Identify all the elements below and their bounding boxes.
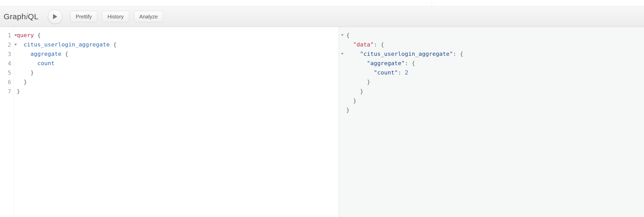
prettify-button[interactable]: Prettify [70,11,97,22]
line-number-gutter: 1234567 [0,27,14,217]
query-editor-pane[interactable]: 1234567 query { citus_userlogin_aggregat… [0,27,339,217]
fold-icon[interactable] [341,34,344,36]
history-button[interactable]: History [102,11,129,22]
line-number: 2 [0,40,14,49]
result-viewer: { "data": { "citus_userlogin_aggregate":… [339,27,644,115]
query-editor[interactable]: query { citus_userlogin_aggregate { aggr… [14,27,339,217]
line-number: 5 [0,68,14,77]
svg-marker-0 [53,14,57,19]
logo-text-post: QL [28,12,38,21]
fold-icon[interactable] [14,35,17,36]
analyze-label: Analyze [139,14,158,20]
browser-chrome-spacer [0,0,644,6]
analyze-button[interactable]: Analyze [134,11,163,22]
execute-button[interactable] [48,9,62,24]
line-number: 6 [0,77,14,87]
line-number: 1 [0,31,14,40]
logo-text-pre: Graph [4,12,26,21]
play-icon [53,14,58,19]
toolbar: GraphiQL Prettify History Analyze [0,6,644,27]
prettify-label: Prettify [76,14,92,20]
logo-text-i: i [26,12,28,21]
fold-icon[interactable] [341,53,344,55]
fold-icon[interactable] [14,44,17,46]
graphiql-logo: GraphiQL [4,12,38,21]
line-number: 4 [0,59,14,68]
result-pane: { "data": { "citus_userlogin_aggregate":… [339,27,644,217]
history-label: History [107,14,124,20]
line-number: 3 [0,49,14,59]
line-number: 7 [0,87,14,96]
